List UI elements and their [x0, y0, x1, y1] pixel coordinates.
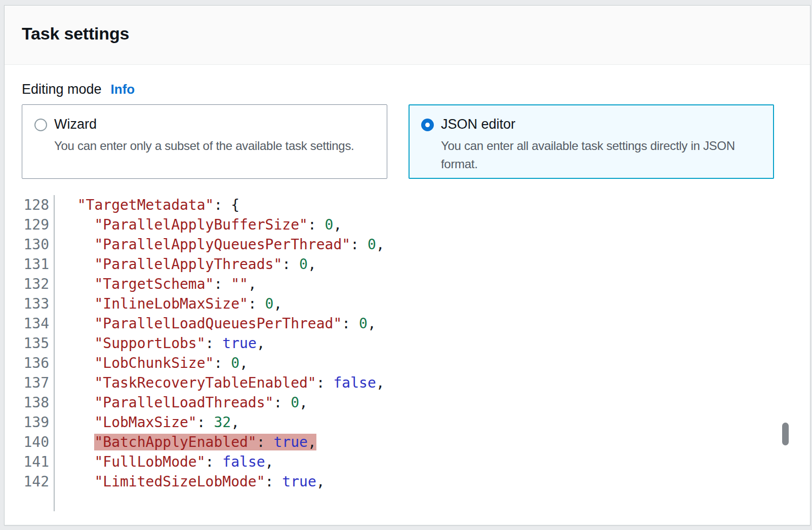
code-line: 135 "SupportLobs": true,: [22, 333, 798, 353]
line-number: 134: [22, 314, 55, 333]
code-line: 132 "TargetSchema": "",: [22, 274, 798, 294]
wizard-description: You can enter only a subset of the avail…: [54, 137, 354, 155]
code-text: "LobChunkSize": 0,: [55, 353, 248, 373]
json-editor-description: You can enter all available task setting…: [441, 137, 767, 173]
line-number: 135: [22, 333, 55, 353]
json-editor-title: JSON editor: [441, 117, 767, 132]
panel-title: Task settings: [5, 6, 810, 44]
code-line: 129 "ParallelApplyBufferSize": 0,: [22, 215, 798, 235]
wizard-tile-text: Wizard You can enter only a subset of th…: [54, 117, 354, 178]
json-editor-tile-text: JSON editor You can enter all available …: [441, 117, 767, 178]
task-settings-panel: Task settings Editing mode Info Wizard Y…: [4, 5, 810, 525]
code-line: 131 "ParallelApplyThreads": 0,: [22, 254, 798, 274]
code-text: "TaskRecoveryTableEnabled": false,: [55, 373, 385, 393]
code-line: 130 "ParallelApplyQueuesPerThread": 0,: [22, 235, 798, 254]
line-number: 141: [22, 452, 55, 472]
code-text: "LimitedSizeLobMode": true,: [55, 472, 325, 491]
code-text: "ParallelApplyQueuesPerThread": 0,: [55, 235, 385, 254]
editing-mode-row: Editing mode Info: [22, 82, 135, 97]
panel-header: Task settings: [5, 6, 810, 65]
code-line: 139 "LobMaxSize": 32,: [22, 412, 798, 432]
code-text: "ParallelLoadThreads": 0,: [55, 393, 308, 412]
json-code-editor[interactable]: 128 "TargetMetadata": {129 "ParallelAppl…: [22, 195, 798, 511]
code-line: 134 "ParallelLoadQueuesPerThread": 0,: [22, 314, 798, 333]
code-line: 133 "InlineLobMaxSize": 0,: [22, 294, 798, 314]
info-link[interactable]: Info: [111, 82, 135, 97]
line-number: 137: [22, 373, 55, 393]
line-number: 130: [22, 235, 55, 254]
highlighted-line-text: "BatchApplyEnabled": true,: [94, 434, 316, 450]
json-editor-radio-button[interactable]: [421, 119, 434, 131]
line-number: 132: [22, 274, 55, 294]
code-rows: 128 "TargetMetadata": {129 "ParallelAppl…: [22, 195, 798, 511]
code-text: "BatchApplyEnabled": true,: [55, 432, 316, 452]
wizard-tile[interactable]: Wizard You can enter only a subset of th…: [22, 104, 387, 179]
code-line-blank: [22, 491, 798, 511]
line-number: 138: [22, 393, 55, 412]
code-line: 141 "FullLobMode": false,: [22, 452, 798, 472]
line-number: 140: [22, 432, 55, 452]
line-number: 142: [22, 472, 55, 491]
code-text: "FullLobMode": false,: [55, 452, 273, 472]
line-number: 129: [22, 215, 55, 235]
line-number: 131: [22, 254, 55, 274]
line-number: 133: [22, 294, 55, 314]
json-editor-tile[interactable]: JSON editor You can enter all available …: [409, 104, 774, 179]
wizard-radio-button[interactable]: [34, 119, 47, 131]
code-text: "InlineLobMaxSize": 0,: [55, 294, 282, 314]
code-text: "ParallelLoadQueuesPerThread": 0,: [55, 314, 376, 333]
editing-mode-tiles: Wizard You can enter only a subset of th…: [22, 104, 774, 179]
line-number: 136: [22, 353, 55, 373]
code-text: "ParallelApplyThreads": 0,: [55, 254, 316, 274]
code-text: "LobMaxSize": 32,: [55, 412, 239, 432]
code-text: "SupportLobs": true,: [55, 333, 265, 353]
code-text: "TargetSchema": "",: [55, 274, 257, 294]
code-text: "ParallelApplyBufferSize": 0,: [55, 215, 342, 235]
code-text: "TargetMetadata": {: [55, 195, 239, 215]
scrollbar-thumb[interactable]: [782, 423, 789, 445]
code-line: 128 "TargetMetadata": {: [22, 195, 798, 215]
code-line: 136 "LobChunkSize": 0,: [22, 353, 798, 373]
code-line: 142 "LimitedSizeLobMode": true,: [22, 472, 798, 491]
editing-mode-label: Editing mode: [22, 82, 102, 97]
wizard-title: Wizard: [54, 117, 354, 132]
code-line: 140 "BatchApplyEnabled": true,: [22, 432, 798, 452]
line-number: 128: [22, 195, 55, 215]
code-line: 137 "TaskRecoveryTableEnabled": false,: [22, 373, 798, 393]
line-number: 139: [22, 412, 55, 432]
code-line: 138 "ParallelLoadThreads": 0,: [22, 393, 798, 412]
